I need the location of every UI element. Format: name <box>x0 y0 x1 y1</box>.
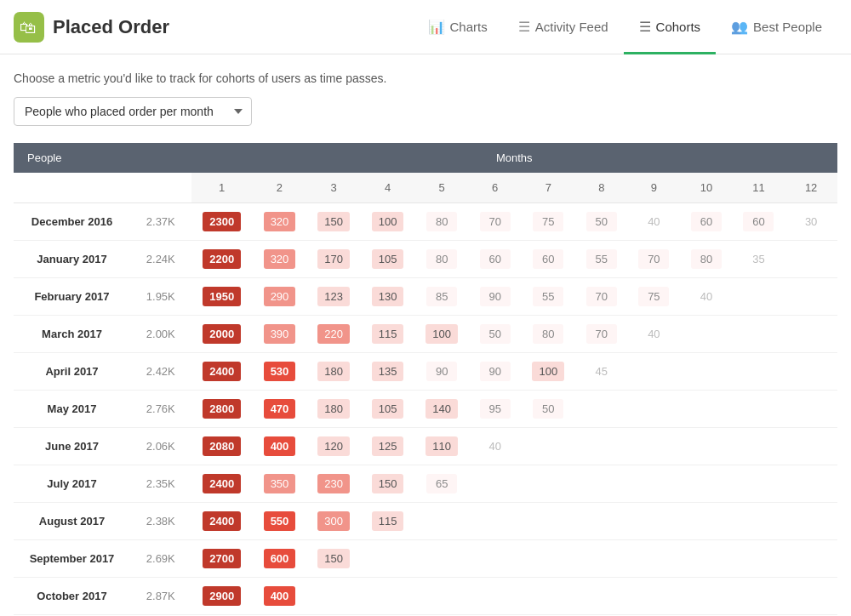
data-cell: 40 <box>469 428 522 465</box>
data-cell: 50 <box>469 316 522 353</box>
data-cell: 390 <box>253 316 307 353</box>
data-cell: 60 <box>733 203 785 241</box>
data-cell: 2800 <box>191 391 253 428</box>
row-label: January 2017 <box>14 241 130 278</box>
row-people: 2.69K <box>130 540 191 578</box>
data-cell: 150 <box>306 540 361 578</box>
data-cell: 50 <box>575 203 628 241</box>
data-cell: 400 <box>253 428 307 465</box>
data-cell: 140 <box>414 391 469 428</box>
tab-cohorts-label: Cohorts <box>656 20 701 34</box>
data-cell <box>414 503 469 540</box>
row-people: 2.37K <box>130 203 191 241</box>
data-cell <box>522 540 576 578</box>
data-cell: 70 <box>575 278 628 316</box>
data-cell <box>575 428 628 465</box>
data-cell <box>680 465 733 503</box>
data-cell <box>733 503 785 540</box>
app-header: 🛍 Placed Order 📊 Charts ☰ Activity Feed … <box>0 0 851 54</box>
metric-dropdown-wrapper: People who placed order per monthPeople … <box>14 97 837 126</box>
data-cell: 530 <box>253 353 307 391</box>
col-header-6: 6 <box>469 173 522 203</box>
data-cell <box>785 503 837 540</box>
data-cell <box>733 353 785 391</box>
row-label: October 2017 <box>14 578 130 615</box>
data-cell <box>680 503 733 540</box>
data-cell <box>785 465 837 503</box>
row-label: March 2017 <box>14 316 130 353</box>
main-nav: 📊 Charts ☰ Activity Feed ☰ Cohorts 👥 Bes… <box>413 0 837 54</box>
data-cell <box>628 465 681 503</box>
data-cell <box>733 391 785 428</box>
months-header: Months <box>191 143 837 173</box>
data-cell: 60 <box>522 241 576 278</box>
data-cell: 2000 <box>191 316 253 353</box>
row-people: 2.35K <box>130 465 191 503</box>
data-cell <box>733 428 785 465</box>
data-cell: 320 <box>253 241 307 278</box>
data-cell <box>785 391 837 428</box>
data-cell: 2080 <box>191 428 253 465</box>
tab-charts[interactable]: 📊 Charts <box>413 1 503 54</box>
data-cell <box>522 578 576 615</box>
col-header-10: 10 <box>680 173 733 203</box>
data-cell: 85 <box>414 278 469 316</box>
activity-icon: ☰ <box>518 19 530 35</box>
col-header-3: 3 <box>306 173 361 203</box>
data-cell: 125 <box>361 428 415 465</box>
row-label: May 2017 <box>14 391 130 428</box>
data-cell <box>522 465 576 503</box>
data-cell <box>785 316 837 353</box>
data-cell <box>785 578 837 615</box>
table-row: October 20172.87K2900400 <box>14 578 837 615</box>
data-cell: 75 <box>522 203 576 241</box>
data-cell: 2900 <box>191 578 253 615</box>
col-header-1: 1 <box>191 173 253 203</box>
table-row: August 20172.38K2400550300115 <box>14 503 837 540</box>
data-cell: 120 <box>306 428 361 465</box>
data-cell <box>733 316 785 353</box>
logo-area: 🛍 Placed Order <box>14 12 169 43</box>
data-cell: 230 <box>306 465 361 503</box>
row-label: June 2017 <box>14 428 130 465</box>
table-row: February 20171.95K1950290123130859055707… <box>14 278 837 316</box>
tab-best-people[interactable]: 👥 Best People <box>716 1 837 54</box>
data-cell: 40 <box>628 316 681 353</box>
tab-cohorts[interactable]: ☰ Cohorts <box>624 1 717 54</box>
data-cell <box>628 503 681 540</box>
row-label: July 2017 <box>14 465 130 503</box>
data-cell: 180 <box>306 391 361 428</box>
data-cell <box>680 353 733 391</box>
data-cell: 70 <box>628 241 681 278</box>
data-cell: 80 <box>680 241 733 278</box>
table-row: September 20172.69K2700600150 <box>14 540 837 578</box>
data-cell: 150 <box>306 203 361 241</box>
data-cell: 90 <box>469 353 522 391</box>
data-cell <box>680 578 733 615</box>
table-row: July 20172.35K240035023015065 <box>14 465 837 503</box>
data-cell: 220 <box>306 316 361 353</box>
data-cell <box>628 428 681 465</box>
data-cell <box>469 465 522 503</box>
table-row: January 20172.24K22003201701058060605570… <box>14 241 837 278</box>
metric-dropdown[interactable]: People who placed order per monthPeople … <box>14 97 252 126</box>
data-cell: 300 <box>306 503 361 540</box>
svg-text:🛍: 🛍 <box>20 18 37 37</box>
data-cell: 55 <box>522 278 576 316</box>
data-cell <box>522 428 576 465</box>
data-cell <box>469 503 522 540</box>
col-header-5: 5 <box>414 173 469 203</box>
tab-activity-feed[interactable]: ☰ Activity Feed <box>503 1 624 54</box>
data-cell: 110 <box>414 428 469 465</box>
data-cell: 2700 <box>191 540 253 578</box>
cohorts-icon: ☰ <box>639 19 651 35</box>
description-text: Choose a metric you'd like to track for … <box>14 71 837 85</box>
data-cell <box>522 503 576 540</box>
data-cell <box>469 578 522 615</box>
data-cell: 100 <box>414 316 469 353</box>
data-cell <box>785 353 837 391</box>
empty-header-1 <box>14 173 130 203</box>
data-cell <box>628 540 681 578</box>
data-cell: 60 <box>680 203 733 241</box>
data-cell: 115 <box>361 503 415 540</box>
